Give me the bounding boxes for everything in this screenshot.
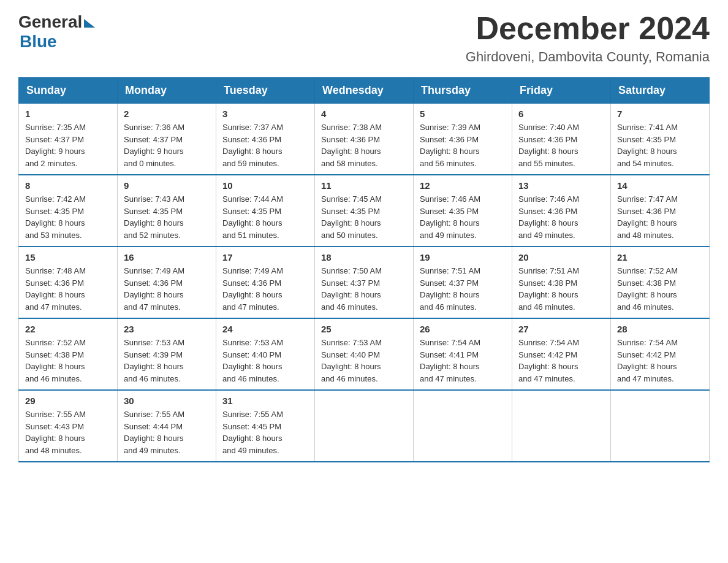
day-number: 13 [518,180,604,191]
col-friday: Friday [512,78,611,104]
table-row: 23Sunrise: 7:53 AMSunset: 4:39 PMDayligh… [118,318,216,390]
day-info: Sunrise: 7:52 AMSunset: 4:38 PMDaylight:… [25,337,111,385]
table-row: 16Sunrise: 7:49 AMSunset: 4:36 PMDayligh… [118,247,216,318]
day-info: Sunrise: 7:54 AMSunset: 4:42 PMDaylight:… [617,337,703,385]
day-number: 3 [222,109,308,119]
table-row: 6Sunrise: 7:40 AMSunset: 4:36 PMDaylight… [512,104,611,175]
day-info: Sunrise: 7:46 AMSunset: 4:36 PMDaylight:… [518,193,604,241]
day-number: 15 [25,252,111,262]
day-info: Sunrise: 7:38 AMSunset: 4:36 PMDaylight:… [321,121,407,169]
location-text: Ghirdoveni, Dambovita County, Romania [466,49,710,65]
day-number: 1 [25,109,111,119]
day-info: Sunrise: 7:54 AMSunset: 4:42 PMDaylight:… [518,337,604,385]
calendar-week-5: 29Sunrise: 7:55 AMSunset: 4:43 PMDayligh… [19,390,710,462]
day-number: 29 [25,396,111,406]
table-row: 18Sunrise: 7:50 AMSunset: 4:37 PMDayligh… [315,247,414,318]
table-row: 27Sunrise: 7:54 AMSunset: 4:42 PMDayligh… [512,318,611,390]
day-info: Sunrise: 7:55 AMSunset: 4:44 PMDaylight:… [124,408,210,456]
table-row: 21Sunrise: 7:52 AMSunset: 4:38 PMDayligh… [611,247,710,318]
calendar-week-2: 8Sunrise: 7:42 AMSunset: 4:35 PMDaylight… [19,175,710,247]
calendar-week-3: 15Sunrise: 7:48 AMSunset: 4:36 PMDayligh… [19,247,710,318]
table-row: 3Sunrise: 7:37 AMSunset: 4:36 PMDaylight… [216,104,315,175]
day-info: Sunrise: 7:46 AMSunset: 4:35 PMDaylight:… [420,193,506,241]
day-info: Sunrise: 7:35 AMSunset: 4:37 PMDaylight:… [25,121,111,169]
day-number: 31 [222,396,308,406]
col-sunday: Sunday [19,78,118,104]
day-info: Sunrise: 7:52 AMSunset: 4:38 PMDaylight:… [617,265,703,313]
day-info: Sunrise: 7:53 AMSunset: 4:39 PMDaylight:… [124,337,210,385]
day-number: 2 [124,109,210,119]
day-info: Sunrise: 7:39 AMSunset: 4:36 PMDaylight:… [420,121,506,169]
table-row: 12Sunrise: 7:46 AMSunset: 4:35 PMDayligh… [414,175,512,247]
table-row [611,390,710,462]
col-monday: Monday [118,78,216,104]
day-info: Sunrise: 7:41 AMSunset: 4:35 PMDaylight:… [617,121,703,169]
day-info: Sunrise: 7:55 AMSunset: 4:45 PMDaylight:… [222,408,308,456]
day-number: 27 [518,324,604,334]
day-info: Sunrise: 7:54 AMSunset: 4:41 PMDaylight:… [420,337,506,385]
table-row: 13Sunrise: 7:46 AMSunset: 4:36 PMDayligh… [512,175,611,247]
day-info: Sunrise: 7:44 AMSunset: 4:35 PMDaylight:… [222,193,308,241]
day-number: 11 [321,180,407,191]
table-row: 14Sunrise: 7:47 AMSunset: 4:36 PMDayligh… [611,175,710,247]
table-row: 4Sunrise: 7:38 AMSunset: 4:36 PMDaylight… [315,104,414,175]
table-row [414,390,512,462]
day-info: Sunrise: 7:55 AMSunset: 4:43 PMDaylight:… [25,408,111,456]
logo-arrow-icon [84,19,95,28]
day-info: Sunrise: 7:51 AMSunset: 4:38 PMDaylight:… [518,265,604,313]
day-number: 26 [420,324,506,334]
calendar-week-1: 1Sunrise: 7:35 AMSunset: 4:37 PMDaylight… [19,104,710,175]
day-number: 24 [222,324,308,334]
day-number: 30 [124,396,210,406]
logo-blue-text: Blue [20,32,95,52]
day-info: Sunrise: 7:48 AMSunset: 4:36 PMDaylight:… [25,265,111,313]
col-saturday: Saturday [611,78,710,104]
table-row: 25Sunrise: 7:53 AMSunset: 4:40 PMDayligh… [315,318,414,390]
day-number: 21 [617,252,703,262]
logo-general-text: General [18,12,82,32]
day-info: Sunrise: 7:43 AMSunset: 4:35 PMDaylight:… [124,193,210,241]
day-number: 18 [321,252,407,262]
day-number: 10 [222,180,308,191]
header-row: Sunday Monday Tuesday Wednesday Thursday… [19,78,710,104]
page-header: General Blue December 2024 Ghirdoveni, D… [18,12,710,65]
table-row: 10Sunrise: 7:44 AMSunset: 4:35 PMDayligh… [216,175,315,247]
day-info: Sunrise: 7:40 AMSunset: 4:36 PMDaylight:… [518,121,604,169]
table-row: 8Sunrise: 7:42 AMSunset: 4:35 PMDaylight… [19,175,118,247]
day-number: 14 [617,180,703,191]
day-number: 8 [25,180,111,191]
table-row: 29Sunrise: 7:55 AMSunset: 4:43 PMDayligh… [19,390,118,462]
table-row: 15Sunrise: 7:48 AMSunset: 4:36 PMDayligh… [19,247,118,318]
table-row: 2Sunrise: 7:36 AMSunset: 4:37 PMDaylight… [118,104,216,175]
day-info: Sunrise: 7:53 AMSunset: 4:40 PMDaylight:… [321,337,407,385]
day-number: 19 [420,252,506,262]
day-number: 17 [222,252,308,262]
title-section: December 2024 Ghirdoveni, Dambovita Coun… [466,12,710,65]
day-info: Sunrise: 7:47 AMSunset: 4:36 PMDaylight:… [617,193,703,241]
logo: General Blue [18,12,95,52]
day-number: 12 [420,180,506,191]
table-row: 30Sunrise: 7:55 AMSunset: 4:44 PMDayligh… [118,390,216,462]
day-number: 6 [518,109,604,119]
day-number: 23 [124,324,210,334]
day-number: 16 [124,252,210,262]
day-info: Sunrise: 7:49 AMSunset: 4:36 PMDaylight:… [222,265,308,313]
table-row: 31Sunrise: 7:55 AMSunset: 4:45 PMDayligh… [216,390,315,462]
day-info: Sunrise: 7:42 AMSunset: 4:35 PMDaylight:… [25,193,111,241]
day-info: Sunrise: 7:37 AMSunset: 4:36 PMDaylight:… [222,121,308,169]
calendar-table: Sunday Monday Tuesday Wednesday Thursday… [18,77,710,462]
table-row [315,390,414,462]
day-number: 4 [321,109,407,119]
col-thursday: Thursday [414,78,512,104]
day-info: Sunrise: 7:51 AMSunset: 4:37 PMDaylight:… [420,265,506,313]
day-info: Sunrise: 7:36 AMSunset: 4:37 PMDaylight:… [124,121,210,169]
day-number: 22 [25,324,111,334]
day-number: 25 [321,324,407,334]
table-row: 9Sunrise: 7:43 AMSunset: 4:35 PMDaylight… [118,175,216,247]
table-row: 26Sunrise: 7:54 AMSunset: 4:41 PMDayligh… [414,318,512,390]
day-info: Sunrise: 7:49 AMSunset: 4:36 PMDaylight:… [124,265,210,313]
day-info: Sunrise: 7:50 AMSunset: 4:37 PMDaylight:… [321,265,407,313]
table-row: 5Sunrise: 7:39 AMSunset: 4:36 PMDaylight… [414,104,512,175]
day-number: 9 [124,180,210,191]
table-row: 1Sunrise: 7:35 AMSunset: 4:37 PMDaylight… [19,104,118,175]
